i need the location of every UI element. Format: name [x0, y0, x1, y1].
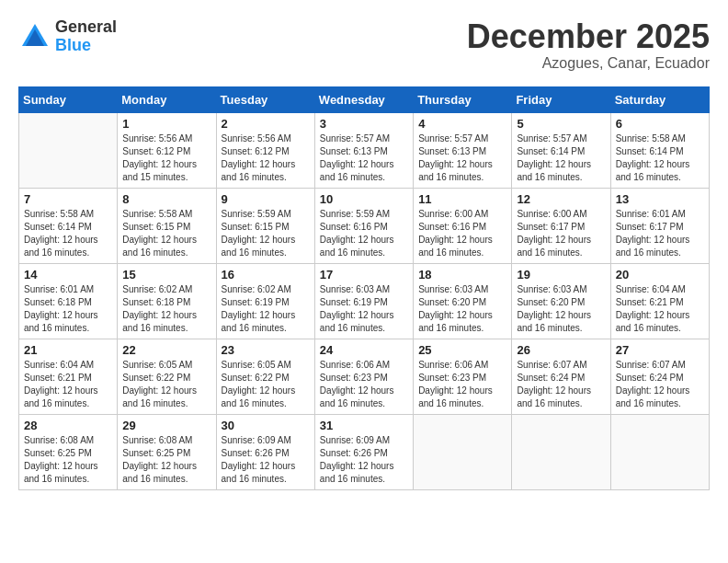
- calendar-cell: 30Sunrise: 6:09 AMSunset: 6:26 PMDayligh…: [216, 414, 314, 489]
- day-number: 25: [418, 343, 506, 357]
- calendar-week-row: 7Sunrise: 5:58 AMSunset: 6:14 PMDaylight…: [19, 188, 710, 263]
- day-info: Sunrise: 5:57 AMSunset: 6:13 PMDaylight:…: [320, 132, 408, 184]
- day-info: Sunrise: 6:07 AMSunset: 6:24 PMDaylight:…: [517, 359, 605, 410]
- calendar-cell: 18Sunrise: 6:03 AMSunset: 6:20 PMDayligh…: [414, 263, 512, 339]
- day-number: 18: [418, 268, 506, 282]
- day-info: Sunrise: 5:56 AMSunset: 6:12 PMDaylight:…: [222, 132, 310, 184]
- day-info: Sunrise: 6:03 AMSunset: 6:19 PMDaylight:…: [320, 283, 408, 335]
- day-number: 17: [320, 268, 408, 282]
- day-number: 30: [222, 419, 310, 432]
- calendar-cell: [610, 414, 709, 489]
- day-info: Sunrise: 5:58 AMSunset: 6:15 PMDaylight:…: [122, 208, 210, 259]
- day-number: 15: [122, 268, 210, 282]
- calendar-cell: 11Sunrise: 6:00 AMSunset: 6:16 PMDayligh…: [414, 188, 512, 263]
- day-info: Sunrise: 6:00 AMSunset: 6:17 PMDaylight:…: [517, 208, 605, 259]
- day-number: 20: [616, 268, 704, 282]
- day-info: Sunrise: 6:08 AMSunset: 6:25 PMDaylight:…: [122, 434, 210, 486]
- calendar-cell: 5Sunrise: 5:57 AMSunset: 6:14 PMDaylight…: [512, 112, 610, 188]
- day-number: 14: [24, 268, 112, 282]
- day-info: Sunrise: 6:03 AMSunset: 6:20 PMDaylight:…: [517, 283, 605, 335]
- calendar-week-row: 14Sunrise: 6:01 AMSunset: 6:18 PMDayligh…: [19, 263, 710, 339]
- day-number: 12: [517, 192, 605, 206]
- calendar-cell: [414, 414, 512, 489]
- calendar-cell: 27Sunrise: 6:07 AMSunset: 6:24 PMDayligh…: [610, 339, 709, 414]
- day-info: Sunrise: 6:00 AMSunset: 6:16 PMDaylight:…: [418, 208, 506, 259]
- calendar-cell: 31Sunrise: 6:09 AMSunset: 6:26 PMDayligh…: [314, 414, 413, 489]
- day-number: 8: [122, 192, 210, 206]
- calendar-cell: 9Sunrise: 5:59 AMSunset: 6:15 PMDaylight…: [216, 188, 314, 263]
- day-number: 29: [122, 419, 210, 432]
- calendar-cell: 10Sunrise: 5:59 AMSunset: 6:16 PMDayligh…: [314, 188, 413, 263]
- calendar-cell: 20Sunrise: 6:04 AMSunset: 6:21 PMDayligh…: [610, 263, 709, 339]
- day-info: Sunrise: 6:05 AMSunset: 6:22 PMDaylight:…: [222, 359, 310, 410]
- calendar-cell: 7Sunrise: 5:58 AMSunset: 6:14 PMDaylight…: [19, 188, 118, 263]
- calendar-cell: 17Sunrise: 6:03 AMSunset: 6:19 PMDayligh…: [314, 263, 413, 339]
- page-header: General Blue December 2025 Azogues, Cana…: [18, 18, 710, 72]
- day-info: Sunrise: 6:08 AMSunset: 6:25 PMDaylight:…: [24, 434, 112, 486]
- day-info: Sunrise: 6:07 AMSunset: 6:24 PMDaylight:…: [616, 359, 704, 410]
- calendar-cell: 16Sunrise: 6:02 AMSunset: 6:19 PMDayligh…: [216, 263, 314, 339]
- calendar-cell: 4Sunrise: 5:57 AMSunset: 6:13 PMDaylight…: [414, 112, 512, 188]
- calendar-header-tuesday: Tuesday: [216, 86, 314, 112]
- calendar-cell: 8Sunrise: 5:58 AMSunset: 6:15 PMDaylight…: [118, 188, 216, 263]
- day-info: Sunrise: 5:57 AMSunset: 6:14 PMDaylight:…: [517, 132, 605, 184]
- calendar-header-friday: Friday: [512, 86, 610, 112]
- day-number: 28: [24, 419, 112, 432]
- location: Azogues, Canar, Ecuador: [467, 55, 710, 72]
- day-info: Sunrise: 5:59 AMSunset: 6:16 PMDaylight:…: [320, 208, 408, 259]
- day-info: Sunrise: 6:04 AMSunset: 6:21 PMDaylight:…: [24, 359, 112, 410]
- calendar-cell: [19, 112, 118, 188]
- calendar-week-row: 21Sunrise: 6:04 AMSunset: 6:21 PMDayligh…: [19, 339, 710, 414]
- day-info: Sunrise: 5:58 AMSunset: 6:14 PMDaylight:…: [24, 208, 112, 259]
- day-number: 31: [320, 419, 408, 432]
- calendar-cell: 3Sunrise: 5:57 AMSunset: 6:13 PMDaylight…: [314, 112, 413, 188]
- calendar-header-sunday: Sunday: [19, 86, 118, 112]
- calendar-cell: 23Sunrise: 6:05 AMSunset: 6:22 PMDayligh…: [216, 339, 314, 414]
- day-info: Sunrise: 6:09 AMSunset: 6:26 PMDaylight:…: [222, 434, 310, 486]
- day-info: Sunrise: 5:59 AMSunset: 6:15 PMDaylight:…: [222, 208, 310, 259]
- day-info: Sunrise: 6:06 AMSunset: 6:23 PMDaylight:…: [320, 359, 408, 410]
- logo-text: General Blue: [55, 18, 117, 55]
- day-info: Sunrise: 6:05 AMSunset: 6:22 PMDaylight:…: [122, 359, 210, 410]
- calendar-header-monday: Monday: [118, 86, 216, 112]
- calendar-cell: 29Sunrise: 6:08 AMSunset: 6:25 PMDayligh…: [118, 414, 216, 489]
- day-number: 21: [24, 343, 112, 357]
- calendar-cell: 25Sunrise: 6:06 AMSunset: 6:23 PMDayligh…: [414, 339, 512, 414]
- day-number: 23: [222, 343, 310, 357]
- calendar-week-row: 28Sunrise: 6:08 AMSunset: 6:25 PMDayligh…: [19, 414, 710, 489]
- day-number: 1: [122, 117, 210, 131]
- calendar-cell: 15Sunrise: 6:02 AMSunset: 6:18 PMDayligh…: [118, 263, 216, 339]
- day-number: 9: [222, 192, 310, 206]
- day-number: 10: [320, 192, 408, 206]
- day-number: 2: [222, 117, 310, 131]
- calendar-cell: 19Sunrise: 6:03 AMSunset: 6:20 PMDayligh…: [512, 263, 610, 339]
- calendar-cell: 6Sunrise: 5:58 AMSunset: 6:14 PMDaylight…: [610, 112, 709, 188]
- calendar-cell: 14Sunrise: 6:01 AMSunset: 6:18 PMDayligh…: [19, 263, 118, 339]
- calendar-cell: 24Sunrise: 6:06 AMSunset: 6:23 PMDayligh…: [314, 339, 413, 414]
- day-number: 3: [320, 117, 408, 131]
- logo-blue: Blue: [55, 37, 117, 55]
- day-info: Sunrise: 6:03 AMSunset: 6:20 PMDaylight:…: [418, 283, 506, 335]
- day-number: 16: [222, 268, 310, 282]
- calendar-table: SundayMondayTuesdayWednesdayThursdayFrid…: [18, 86, 710, 490]
- day-info: Sunrise: 6:02 AMSunset: 6:18 PMDaylight:…: [122, 283, 210, 335]
- logo-general: General: [55, 18, 117, 37]
- calendar-cell: 21Sunrise: 6:04 AMSunset: 6:21 PMDayligh…: [19, 339, 118, 414]
- calendar-cell: 22Sunrise: 6:05 AMSunset: 6:22 PMDayligh…: [118, 339, 216, 414]
- logo-icon: [18, 20, 51, 53]
- day-number: 24: [320, 343, 408, 357]
- calendar-cell: 1Sunrise: 5:56 AMSunset: 6:12 PMDaylight…: [118, 112, 216, 188]
- day-number: 22: [122, 343, 210, 357]
- calendar-header-wednesday: Wednesday: [314, 86, 413, 112]
- day-info: Sunrise: 5:57 AMSunset: 6:13 PMDaylight:…: [418, 132, 506, 184]
- logo: General Blue: [18, 18, 117, 55]
- day-number: 26: [517, 343, 605, 357]
- title-block: December 2025 Azogues, Canar, Ecuador: [467, 18, 710, 72]
- calendar-cell: [512, 414, 610, 489]
- calendar-cell: 28Sunrise: 6:08 AMSunset: 6:25 PMDayligh…: [19, 414, 118, 489]
- day-number: 6: [616, 117, 704, 131]
- calendar-cell: 26Sunrise: 6:07 AMSunset: 6:24 PMDayligh…: [512, 339, 610, 414]
- calendar-header-thursday: Thursday: [414, 86, 512, 112]
- day-info: Sunrise: 6:06 AMSunset: 6:23 PMDaylight:…: [418, 359, 506, 410]
- day-info: Sunrise: 6:02 AMSunset: 6:19 PMDaylight:…: [222, 283, 310, 335]
